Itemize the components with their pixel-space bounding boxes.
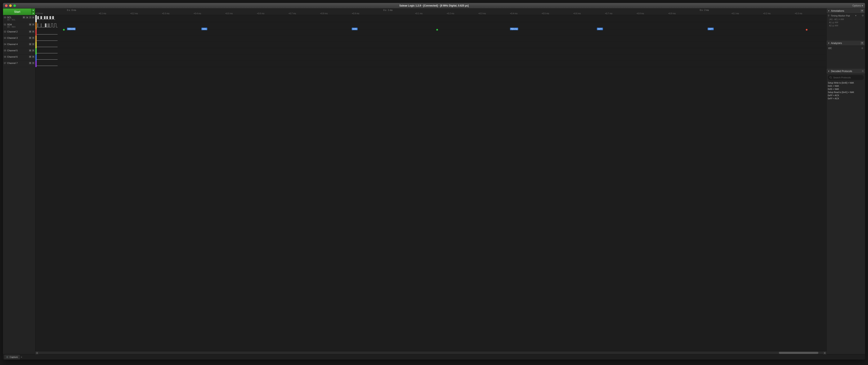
waveform-row[interactable]: [37, 29, 826, 36]
channel-gear-button[interactable]: ⚙: [29, 49, 32, 52]
waveform-row[interactable]: [37, 15, 826, 22]
flat-signal: [37, 48, 58, 54]
ruler-minor-label: +0.1 ms: [99, 12, 106, 15]
tab-more-button[interactable]: »: [21, 356, 22, 359]
ruler-minor-label: +0.4 ms: [194, 12, 201, 15]
waveform-row[interactable]: [37, 36, 826, 42]
annotation-gear-icon[interactable]: ⚙: [862, 14, 864, 17]
decode-tag[interactable]: 0xFF: [708, 28, 714, 30]
protocol-search-input[interactable]: Search Protocols: [828, 75, 864, 80]
channel-close-button[interactable]: ✕: [32, 23, 35, 26]
scroll-right-button[interactable]: ▸: [824, 352, 826, 354]
analyzer-gear-icon[interactable]: ⚙: [861, 47, 863, 50]
channel-index: 05: [3, 49, 7, 52]
add-analyzer-button[interactable]: +: [861, 41, 864, 45]
search-placeholder: Search Protocols: [833, 76, 851, 79]
annotation-dropdown-icon[interactable]: ▾: [855, 14, 857, 17]
ruler-minor-label: +0.2 ms: [763, 12, 771, 15]
annotations-header[interactable]: ▼ Annotations +: [827, 8, 865, 13]
start-marker[interactable]: [63, 29, 65, 31]
decoded-header[interactable]: ▼ Decoded Protocols ⚙: [827, 69, 865, 74]
decoded-entry[interactable]: 0xFF + ACK: [828, 97, 864, 100]
decoded-entry[interactable]: 0xFF + ACK: [828, 94, 864, 97]
tab-bar: ◎ Capture »: [3, 354, 865, 360]
svg-point-20: [830, 77, 831, 78]
add-annotation-button[interactable]: +: [861, 9, 864, 12]
channel-row: 04 Channel 4 ⚙ ✕: [3, 42, 35, 48]
horizontal-scrollbar[interactable]: ◂ ▸: [35, 351, 826, 354]
channel-close-button[interactable]: ✕: [32, 55, 35, 58]
collapse-icon: ▼: [828, 42, 830, 44]
ruler-minor-label: +0.7 ms: [605, 12, 612, 15]
decode-tag[interactable]: 0xFF: [597, 28, 603, 30]
channel-close-button[interactable]: ✕: [32, 36, 35, 39]
waveform-row[interactable]: [37, 54, 826, 61]
channel-index: 04: [3, 42, 7, 46]
channel-gear-button[interactable]: ⚙: [29, 55, 32, 58]
waveform-row[interactable]: [37, 61, 826, 67]
zoom-window-button[interactable]: [13, 4, 16, 7]
decoded-entry[interactable]: 0x55 + NAK: [828, 88, 864, 91]
main-area: Start ▲ ▼ 00 SCL I2C - SCL ⚙ ◂ ⎍ ▸ 01 SD…: [3, 8, 865, 354]
decode-tag[interactable]: W[0x40]: [67, 28, 75, 30]
time-ruler[interactable]: 0 s : 0 ms0 s : 1 ms0 s : 2 ms+0.9 ms+0.…: [35, 8, 826, 15]
close-window-button[interactable]: [5, 4, 7, 7]
decode-tag[interactable]: R[0x41]: [510, 28, 518, 30]
ruler-minor-label: +0.9 ms: [352, 12, 359, 15]
channel-trigger-edge-button[interactable]: ⎍: [29, 16, 32, 19]
channel-gear-button[interactable]: ⚙: [29, 62, 32, 64]
channel-index: 00: [3, 16, 7, 19]
channel-name[interactable]: Channel 3: [7, 37, 29, 39]
stop-marker[interactable]: [806, 29, 807, 31]
channel-name[interactable]: SDA: [7, 23, 29, 26]
minimize-window-button[interactable]: [9, 4, 12, 7]
waveform-row[interactable]: [37, 42, 826, 48]
scroll-left-button[interactable]: ◂: [35, 352, 38, 354]
start-capture-button[interactable]: Start: [3, 8, 31, 15]
ruler-minor-label: +0.3 ms: [162, 12, 169, 15]
decoded-gear-icon[interactable]: ⚙: [862, 70, 864, 73]
timing-a1: A1 ◎ ###: [827, 21, 865, 24]
ruler-minor-label: +0.3 ms: [795, 12, 802, 15]
scroll-thumb[interactable]: [779, 352, 818, 354]
channel-name[interactable]: SCL: [7, 16, 22, 19]
channel-close-button[interactable]: ✕: [32, 30, 35, 33]
analyzers-header[interactable]: ▼ Analyzers +: [827, 40, 865, 46]
waveform-area[interactable]: W[0x40]0x010x55R[0x41]0xFF0xFF: [35, 15, 826, 351]
channel-name[interactable]: Channel 4: [7, 43, 29, 46]
ruler-major-label: 0 s : 0 ms: [67, 9, 76, 11]
ruler-minor-label: +0.5 ms: [541, 12, 549, 15]
target-icon: ◎: [6, 356, 8, 358]
options-menu-button[interactable]: Options: [852, 4, 863, 7]
channel-close-button[interactable]: ✕: [32, 49, 35, 52]
start-arrow-up-button[interactable]: ▲: [31, 8, 35, 12]
flat-signal: [37, 36, 58, 42]
channel-gear-button[interactable]: ⚙: [29, 36, 32, 39]
channel-name[interactable]: Channel 5: [7, 49, 29, 52]
window-title: Saleae Logic 1.2.9 - [Connected] - [8 MH…: [3, 4, 865, 7]
decoded-entry[interactable]: 0x01 + NAK: [828, 84, 864, 88]
channel-close-button[interactable]: ✕: [32, 62, 35, 64]
channel-gear-button[interactable]: ⚙: [29, 23, 32, 26]
start-arrow-down-button[interactable]: ▼: [31, 12, 35, 15]
decoded-entry[interactable]: Setup Write to [0x40] + NAK: [828, 81, 864, 84]
channel-row: 02 Channel 2 ⚙ ✕: [3, 29, 35, 36]
channel-row: 00 SCL I2C - SCL ⚙ ◂ ⎍ ▸: [3, 15, 35, 22]
decode-tag[interactable]: 0x01: [202, 28, 207, 30]
decoded-protocol-list: Setup Write to [0x40] + NAK0x01 + NAK0x5…: [827, 81, 865, 100]
channel-gear-button[interactable]: ⚙: [22, 16, 25, 19]
analyzer-item[interactable]: I2C ⚙: [827, 46, 865, 51]
channel-name[interactable]: Channel 7: [7, 62, 29, 64]
channel-name[interactable]: Channel 2: [7, 30, 29, 33]
tab-capture[interactable]: ◎ Capture: [4, 355, 20, 359]
ruler-minor-label: +0.4 ms: [510, 12, 518, 15]
decoded-entry[interactable]: Setup Read to [0x41] + NAK: [828, 91, 864, 94]
decode-tag[interactable]: 0x55: [352, 28, 358, 30]
channel-trigger-left-button[interactable]: ◂: [26, 16, 28, 19]
channel-gear-button[interactable]: ⚙: [29, 30, 32, 33]
channel-trigger-right-button[interactable]: ▸: [32, 16, 35, 19]
waveform-row[interactable]: [37, 48, 826, 54]
channel-gear-button[interactable]: ⚙: [29, 43, 32, 46]
channel-close-button[interactable]: ✕: [32, 43, 35, 46]
channel-name[interactable]: Channel 6: [7, 56, 29, 58]
